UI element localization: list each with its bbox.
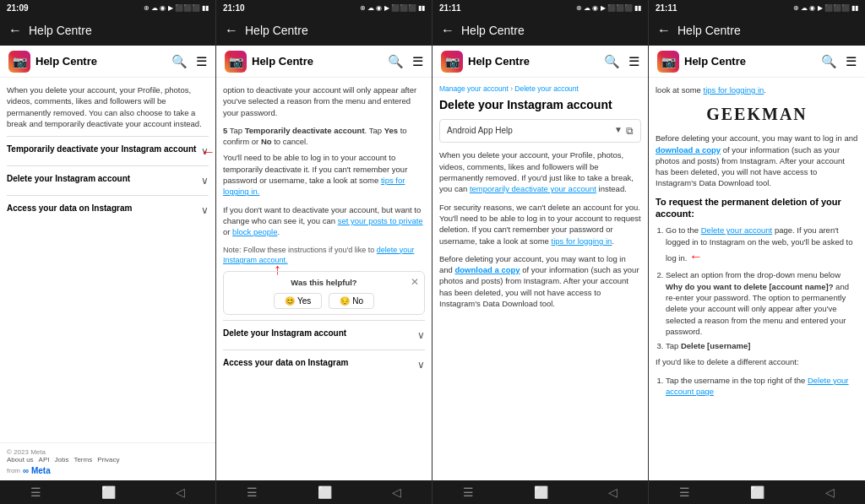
menu-icon-4[interactable]: ☰ xyxy=(846,54,857,69)
red-arrow-1: ← xyxy=(200,142,215,163)
phone-panel-3: 21:11 ⊕ ☁ ◉ ▶ ⬛⬛⬛ ▮▮ ← Help Centre 📷 Hel… xyxy=(432,0,649,504)
ig-header-1: 📷 Help Centre 🔍 ☰ xyxy=(0,46,215,78)
footer-jobs-1[interactable]: Jobs xyxy=(54,456,68,463)
search-icon-4[interactable]: 🔍 xyxy=(821,54,837,69)
bottom-nav-home-4[interactable]: ⬜ xyxy=(750,485,764,499)
section-title-4: To request the permanent deletion of you… xyxy=(656,196,858,220)
step-1-4: Go to the Delete your account page. If y… xyxy=(666,225,858,266)
nav-title-1: Help Centre xyxy=(29,24,92,37)
bottom-nav-2: ☰ ⬜ ◁ xyxy=(216,480,432,504)
chevron-down-icon-4: ∨ xyxy=(417,328,425,343)
footer-privacy-1[interactable]: Privacy xyxy=(97,456,119,463)
note-text-2: Note: Follow these instructions if you'd… xyxy=(223,245,425,266)
accordion-5[interactable]: Access your data on Instagram ∨ xyxy=(223,350,425,379)
search-icon-1[interactable]: 🔍 xyxy=(171,54,188,69)
para3-text-3: Before deleting your account, you may wa… xyxy=(439,253,641,309)
ig-header-icons-3: 🔍 ☰ xyxy=(604,54,639,69)
bottom-nav-home-3[interactable]: ⬜ xyxy=(534,485,548,499)
accordion-label-2: Delete your Instagram account xyxy=(7,173,198,184)
bottom-nav-home-1[interactable]: ⬜ xyxy=(101,485,116,499)
back-button-2[interactable]: ← xyxy=(225,23,238,38)
bottom-nav-back-1[interactable]: ◁ xyxy=(176,485,185,499)
bottom-nav-back-2[interactable]: ◁ xyxy=(392,485,401,499)
status-time-1: 21:09 xyxy=(7,3,29,13)
bottom-nav-home-2[interactable]: ⬜ xyxy=(318,485,332,499)
ig-header-4: 📷 Help Centre 🔍 ☰ xyxy=(649,46,865,78)
download-link-3[interactable]: download a copy xyxy=(455,265,520,274)
no-label-2: No xyxy=(352,296,363,306)
footer-about-1[interactable]: About us xyxy=(7,456,34,463)
bottom-nav-menu-3[interactable]: ☰ xyxy=(463,485,474,499)
back-button-1[interactable]: ← xyxy=(8,23,22,38)
copy-icon-3[interactable]: ⧉ xyxy=(626,124,634,138)
search-icon-2[interactable]: 🔍 xyxy=(388,54,404,69)
footer-1: © 2023 Meta About us API Jobs Terms Priv… xyxy=(0,442,215,480)
red-arrow-step1-4: ← xyxy=(689,249,703,263)
content-text-3: When you delete your account, your Profi… xyxy=(439,149,641,194)
dropdown-3[interactable]: Android App Help ▼ ⧉ xyxy=(439,119,641,144)
yes-button-2[interactable]: 😊 Yes xyxy=(274,293,322,309)
content-2: option to deactivate your account will o… xyxy=(216,78,432,480)
no-button-2[interactable]: 😔 No xyxy=(329,293,374,309)
nav-title-4: Help Centre xyxy=(677,24,741,37)
ig-logo-3: 📷 xyxy=(441,51,463,73)
page-title-3: Delete your Instagram account xyxy=(439,98,641,112)
accordion-label-5: Access your data on Instagram xyxy=(223,357,414,368)
menu-icon-2[interactable]: ☰ xyxy=(412,54,423,69)
breadcrumb-delete-3[interactable]: Delete your account xyxy=(514,84,579,93)
status-time-3: 21:11 xyxy=(439,3,461,13)
private-link-2[interactable]: set your posts to private xyxy=(338,216,423,225)
accordion-3[interactable]: Access your data on Instagram ∨ xyxy=(7,195,209,225)
download-link-4[interactable]: download a copy xyxy=(656,145,721,154)
accordion-header-1[interactable]: Temporarily deactivate your Instagram ac… xyxy=(7,144,209,159)
footer-api-1[interactable]: API xyxy=(39,456,50,463)
back-button-4[interactable]: ← xyxy=(657,23,671,38)
ig-header-2: 📷 Help Centre 🔍 ☰ xyxy=(216,46,432,78)
para2-text-3: For security reasons, we can't delete an… xyxy=(439,202,641,247)
copyright-1: © 2023 Meta xyxy=(7,448,209,456)
accordion-header-4[interactable]: Delete your Instagram account ∨ xyxy=(223,328,425,343)
accordion-header-2[interactable]: Delete your Instagram account ∨ xyxy=(7,173,209,188)
accordion-label-4: Delete your Instagram account xyxy=(223,328,414,339)
content-1: When you delete your account, your Profi… xyxy=(0,78,215,442)
accordion-header-5[interactable]: Access your data on Instagram ∨ xyxy=(223,357,425,372)
footer-terms-1[interactable]: Terms xyxy=(73,456,92,463)
menu-icon-1[interactable]: ☰ xyxy=(196,54,207,69)
feedback-buttons-2: 😊 Yes 😔 No xyxy=(231,293,417,309)
temp-link-3[interactable]: temporarily deactivate your account xyxy=(470,184,596,193)
nav-bar-2: ← Help Centre xyxy=(216,15,432,46)
frown-icon-2: 😔 xyxy=(340,296,350,306)
content-text-1: When you delete your account, your Profi… xyxy=(7,84,209,129)
delete-page-link-4[interactable]: Delete your account xyxy=(701,225,773,235)
bottom-nav-4: ☰ ⬜ ◁ xyxy=(649,480,865,504)
step5-text-2: 5 Tap Temporarily deactivate account. Ta… xyxy=(223,125,425,148)
geekman-logo-4: GEEKMAN xyxy=(656,102,858,126)
footer-links-1: About us API Jobs Terms Privacy xyxy=(7,456,209,463)
accordion-1[interactable]: Temporarily deactivate your Instagram ac… xyxy=(7,136,209,165)
accordion-4[interactable]: Delete your Instagram account ∨ xyxy=(223,320,425,350)
breadcrumb-manage-3[interactable]: Manage your account xyxy=(439,84,509,93)
ig-header-title-3: Help Centre xyxy=(468,55,599,68)
para1-text-4: Before deleting your account, you may wa… xyxy=(656,133,858,188)
bottom-nav-back-4[interactable]: ◁ xyxy=(825,485,835,499)
search-icon-3[interactable]: 🔍 xyxy=(604,54,620,69)
menu-icon-3[interactable]: ☰ xyxy=(628,54,639,69)
bottom-nav-back-3[interactable]: ◁ xyxy=(608,485,617,499)
tips-link-3[interactable]: tips for logging in xyxy=(552,236,612,246)
status-time-4: 21:11 xyxy=(656,3,677,13)
accordion-2[interactable]: Delete your Instagram account ∨ xyxy=(7,165,209,195)
smile-icon-2: 😊 xyxy=(285,296,295,306)
back-button-3[interactable]: ← xyxy=(441,23,454,38)
bottom-nav-menu-4[interactable]: ☰ xyxy=(679,485,690,499)
block-link-2[interactable]: block people xyxy=(232,227,277,236)
step-2-4: Select an option from the drop-down menu… xyxy=(666,269,858,337)
sub-step-1-4: Tap the username in the top right of the… xyxy=(666,375,858,398)
intro-link-4[interactable]: tips for logging in xyxy=(704,85,764,95)
accordion-header-3[interactable]: Access your data on Instagram ∨ xyxy=(7,203,209,218)
para1-text-2: You'll need to be able to log in to your… xyxy=(223,152,425,197)
ig-header-title-2: Help Centre xyxy=(252,55,383,68)
bottom-nav-3: ☰ ⬜ ◁ xyxy=(432,480,648,504)
close-icon-2[interactable]: ✕ xyxy=(411,275,419,290)
bottom-nav-menu-2[interactable]: ☰ xyxy=(247,485,258,499)
bottom-nav-menu-1[interactable]: ☰ xyxy=(30,485,41,499)
